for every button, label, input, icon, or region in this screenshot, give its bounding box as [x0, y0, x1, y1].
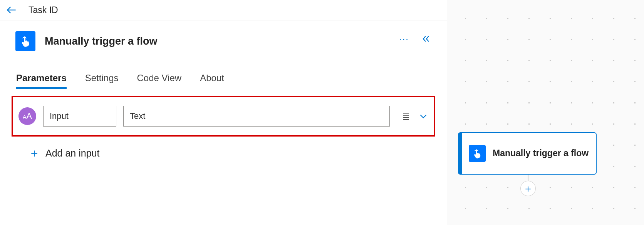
input-name-field[interactable]: Input: [43, 106, 116, 127]
top-bar: Task ID: [0, 0, 447, 20]
plus-icon: ＋: [29, 147, 40, 159]
flow-canvas[interactable]: Manually trigger a flow ＋: [447, 0, 644, 225]
text-type-icon: AA: [18, 107, 36, 125]
page-title: Task ID: [29, 5, 58, 15]
add-input-label: Add an input: [45, 148, 99, 159]
manual-trigger-icon: [15, 31, 35, 51]
input-value-field[interactable]: Text: [123, 106, 390, 127]
more-menu-icon[interactable]: ···: [399, 34, 409, 43]
tab-parameters[interactable]: Parameters: [16, 73, 67, 89]
canvas-node-title: Manually trigger a flow: [493, 148, 589, 159]
back-arrow-icon[interactable]: [5, 4, 18, 16]
add-step-button[interactable]: ＋: [520, 181, 536, 196]
config-panel: Task ID Manually trigger a flow ···: [0, 0, 447, 225]
tab-about[interactable]: About: [200, 73, 224, 89]
collapse-panel-icon[interactable]: [421, 34, 431, 43]
add-input-button[interactable]: ＋ Add an input: [0, 137, 447, 159]
trigger-header: Manually trigger a flow ···: [0, 20, 447, 55]
tab-bar: Parameters Settings Code View About: [0, 55, 447, 89]
manual-trigger-icon: [469, 145, 486, 162]
tab-code-view[interactable]: Code View: [137, 73, 181, 89]
reorder-icon[interactable]: [401, 112, 411, 121]
trigger-title: Manually trigger a flow: [45, 35, 158, 47]
input-row-highlight: AA Input Text: [12, 96, 435, 137]
canvas-trigger-node[interactable]: Manually trigger a flow: [458, 132, 597, 175]
tab-settings[interactable]: Settings: [85, 73, 119, 89]
chevron-down-icon[interactable]: [418, 111, 428, 121]
